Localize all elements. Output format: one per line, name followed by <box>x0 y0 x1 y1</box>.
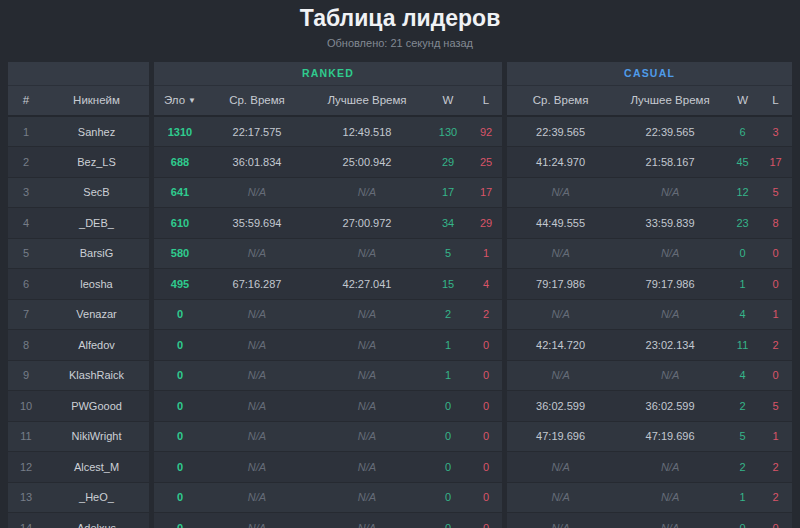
casual-wins-cell: 45 <box>726 147 759 178</box>
casual-wins-cell: 12 <box>726 177 759 208</box>
ranked-wins-cell: 1 <box>426 360 470 391</box>
rank-cell: 4 <box>8 208 44 239</box>
column-header-ranked-avg-time[interactable]: Ср. Время <box>206 85 308 116</box>
column-header-ranked-best-time[interactable]: Лучшее Время <box>308 85 426 116</box>
column-header-nickname[interactable]: Никнейм <box>44 85 149 116</box>
ranked-losses-cell: 0 <box>470 452 502 483</box>
casual-avg-time-cell: N/A <box>507 238 614 269</box>
elo-cell: 580 <box>154 238 206 269</box>
column-header-ranked-losses[interactable]: L <box>470 85 502 116</box>
ranked-avg-time-cell: 35:59.694 <box>206 208 308 239</box>
table-row: 8Alfedov0N/AN/A1042:14.72023:02.134112 <box>8 330 792 361</box>
column-header-ranked-wins[interactable]: W <box>426 85 470 116</box>
column-header-casual-best-time[interactable]: Лучшее Время <box>614 85 726 116</box>
ranked-losses-cell: 92 <box>470 116 502 147</box>
table-row: 12Alcest_M0N/AN/A00N/AN/A22 <box>8 452 792 483</box>
casual-wins-cell: 1 <box>726 269 759 300</box>
ranked-avg-time-cell: N/A <box>206 421 308 452</box>
rank-cell: 12 <box>8 452 44 483</box>
table-row: 1Sanhez131022:17.57512:49.5181309222:39.… <box>8 116 792 147</box>
leaderboard-table-container: RANKED CASUAL # Никнейм Эло▼ Ср. Время Л… <box>8 62 792 528</box>
ranked-losses-cell: 0 <box>470 421 502 452</box>
ranked-best-time-cell: N/A <box>308 360 426 391</box>
ranked-best-time-cell: 42:27.041 <box>308 269 426 300</box>
ranked-losses-cell: 1 <box>470 238 502 269</box>
casual-avg-time-cell: 47:19.696 <box>507 421 614 452</box>
ranked-best-time-cell: N/A <box>308 513 426 528</box>
ranked-wins-cell: 1 <box>426 330 470 361</box>
elo-cell: 0 <box>154 452 206 483</box>
ranked-best-time-cell: 25:00.942 <box>308 147 426 178</box>
elo-cell: 0 <box>154 299 206 330</box>
ranked-losses-cell: 25 <box>470 147 502 178</box>
ranked-avg-time-cell: N/A <box>206 452 308 483</box>
table-row: 10PWGoood0N/AN/A0036:02.59936:02.59925 <box>8 391 792 422</box>
casual-avg-time-cell: N/A <box>507 482 614 513</box>
casual-wins-cell: 6 <box>726 116 759 147</box>
nickname-cell: Sanhez <box>44 116 149 147</box>
casual-wins-cell: 0 <box>726 238 759 269</box>
elo-cell: 0 <box>154 482 206 513</box>
casual-losses-cell: 8 <box>759 208 792 239</box>
ranked-wins-cell: 34 <box>426 208 470 239</box>
column-header-casual-losses[interactable]: L <box>759 85 792 116</box>
table-row: 3SecB641N/AN/A1717N/AN/A125 <box>8 177 792 208</box>
casual-losses-cell: 17 <box>759 147 792 178</box>
casual-losses-cell: 1 <box>759 299 792 330</box>
ranked-best-time-cell: N/A <box>308 391 426 422</box>
casual-wins-cell: 5 <box>726 421 759 452</box>
ranked-wins-cell: 15 <box>426 269 470 300</box>
casual-wins-cell: 1 <box>726 482 759 513</box>
casual-avg-time-cell: 41:24.970 <box>507 147 614 178</box>
nickname-cell: _HeO_ <box>44 482 149 513</box>
ranked-best-time-cell: N/A <box>308 299 426 330</box>
casual-best-time-cell: N/A <box>614 177 726 208</box>
casual-wins-cell: 0 <box>726 513 759 528</box>
casual-losses-cell: 2 <box>759 330 792 361</box>
column-header-elo[interactable]: Эло▼ <box>154 85 206 116</box>
casual-losses-cell: 0 <box>759 360 792 391</box>
table-row: 6leosha49567:16.28742:27.04115479:17.986… <box>8 269 792 300</box>
ranked-wins-cell: 29 <box>426 147 470 178</box>
ranked-best-time-cell: N/A <box>308 330 426 361</box>
casual-best-time-cell: 22:39.565 <box>614 116 726 147</box>
nickname-cell: leosha <box>44 269 149 300</box>
ranked-losses-cell: 29 <box>470 208 502 239</box>
rank-cell: 8 <box>8 330 44 361</box>
ranked-wins-cell: 0 <box>426 391 470 422</box>
ranked-losses-cell: 0 <box>470 482 502 513</box>
table-row: 13_HeO_0N/AN/A00N/AN/A12 <box>8 482 792 513</box>
ranked-best-time-cell: 27:00.972 <box>308 208 426 239</box>
casual-wins-cell: 4 <box>726 299 759 330</box>
nickname-cell: PWGoood <box>44 391 149 422</box>
rank-cell: 9 <box>8 360 44 391</box>
group-header-casual: CASUAL <box>507 62 792 85</box>
nickname-cell: Alcest_M <box>44 452 149 483</box>
column-header-casual-wins[interactable]: W <box>726 85 759 116</box>
casual-losses-cell: 5 <box>759 177 792 208</box>
casual-best-time-cell: N/A <box>614 238 726 269</box>
casual-avg-time-cell: 44:49.555 <box>507 208 614 239</box>
casual-losses-cell: 0 <box>759 238 792 269</box>
casual-avg-time-cell: N/A <box>507 299 614 330</box>
elo-cell: 0 <box>154 330 206 361</box>
casual-avg-time-cell: 79:17.986 <box>507 269 614 300</box>
nickname-cell: Bez_LS <box>44 147 149 178</box>
casual-best-time-cell: 47:19.696 <box>614 421 726 452</box>
ranked-wins-cell: 130 <box>426 116 470 147</box>
casual-avg-time-cell: N/A <box>507 513 614 528</box>
casual-best-time-cell: 21:58.167 <box>614 147 726 178</box>
column-header-row: # Никнейм Эло▼ Ср. Время Лучшее Время W … <box>8 85 792 116</box>
casual-avg-time-cell: N/A <box>507 452 614 483</box>
column-header-casual-avg-time[interactable]: Ср. Время <box>507 85 614 116</box>
table-row: 4_DEB_61035:59.69427:00.972342944:49.555… <box>8 208 792 239</box>
column-header-rank[interactable]: # <box>8 85 44 116</box>
casual-losses-cell: 5 <box>759 391 792 422</box>
ranked-wins-cell: 2 <box>426 299 470 330</box>
page-title: Таблица лидеров <box>0 5 800 32</box>
ranked-wins-cell: 0 <box>426 452 470 483</box>
elo-cell: 0 <box>154 513 206 528</box>
ranked-best-time-cell: N/A <box>308 238 426 269</box>
casual-wins-cell: 2 <box>726 391 759 422</box>
ranked-best-time-cell: N/A <box>308 482 426 513</box>
